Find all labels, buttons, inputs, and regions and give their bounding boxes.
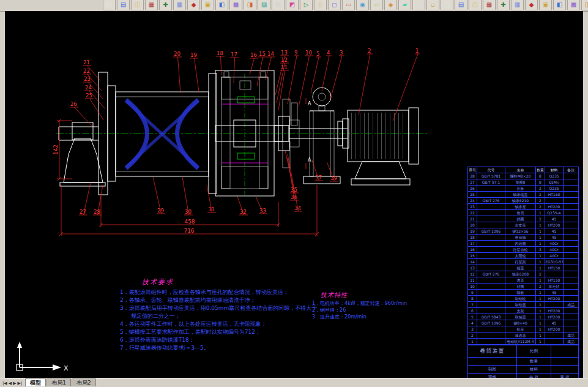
bom-title-cell (551, 366, 579, 374)
statusbar: |◀◀▶▶| 模型布局1布局2 (0, 378, 588, 387)
toolbar-icon-34[interactable]: ▩ (567, 0, 580, 10)
bom-cell (477, 192, 505, 198)
toolbar-icon-27[interactable]: ◫ (469, 0, 482, 10)
toolbar-icon-18[interactable]: ▭ (342, 0, 355, 10)
tab-scroll-button-3[interactable]: ▶ (13, 381, 16, 386)
toolbar-icon-23[interactable]: ◌ (412, 0, 425, 10)
bom-cell: 18 (468, 235, 477, 241)
bom-cell (545, 271, 564, 277)
toolbar-icon-35[interactable]: ◨ (581, 0, 588, 10)
toolbar-icon-4[interactable]: ▦ (145, 0, 158, 10)
bom-cell: HT200 (545, 308, 564, 314)
toolbar-icon-3[interactable]: ◫ (131, 0, 144, 10)
bom-row: 10毡圈2羊毛毡 (468, 284, 579, 290)
toolbar-icon-19[interactable]: ◉ (356, 0, 369, 10)
toolbar-icon-2[interactable]: ▤ (117, 0, 130, 10)
bom-table: 序号代号名称数量材料备注28GB/T 5781螺栓M8×208Q23527GB/… (467, 167, 579, 345)
toolbar-icon-14[interactable]: ◩ (286, 0, 299, 10)
tech-characteristic-line-1: 1．电机功率：4kW，额定转速：960r/min (312, 300, 407, 307)
bom-cell (564, 271, 579, 277)
toolbar-icon-20[interactable]: ▱ (370, 0, 383, 10)
bom-row: 14行星架1ZG310-570 (468, 259, 579, 265)
toolbar-icon-7[interactable]: ◆ (187, 0, 200, 10)
toolbar-icon-15[interactable]: ▷ (300, 0, 313, 10)
bom-cell: 轴承座 (505, 204, 536, 210)
tab-scroll-button-4[interactable]: ▶| (18, 381, 23, 386)
bom-cell: 40Cr (545, 241, 564, 247)
bom-cell (564, 296, 579, 302)
bom-row: 27GB/T 97.1垫圈8865Mn (468, 179, 579, 186)
bom-cell (477, 241, 505, 247)
toolbar-icon-22[interactable]: ▰ (398, 0, 411, 10)
bom-cell: HT150 (545, 277, 564, 284)
toolbar-icon-21[interactable]: ◈ (384, 0, 397, 10)
tab-布局2[interactable]: 布局2 (72, 378, 96, 386)
tab-scroll-button-1[interactable]: |◀ (2, 381, 7, 386)
bom-cell (564, 173, 579, 179)
bom-cell: 40Cr (545, 253, 564, 259)
bom-cell (477, 333, 505, 339)
toolbar-icon-5[interactable]: ✚ (159, 0, 172, 10)
bom-cell: HT200 (545, 296, 564, 302)
bom-cell: Q235 (545, 186, 564, 192)
toolbar-icon-32[interactable]: ▣ (539, 0, 552, 10)
tab-模型[interactable]: 模型 (25, 378, 46, 386)
bom-row: 24GB/T 276轴承62102 (468, 198, 579, 204)
toolbar-icon-17[interactable]: ◻ (328, 0, 341, 10)
tab-布局1[interactable]: 布局1 (47, 378, 71, 386)
leader-line (299, 56, 310, 107)
bom-cell: 2 (536, 284, 545, 290)
leader-line (75, 107, 92, 126)
bom-cell: 25 (468, 192, 477, 198)
tab-nav-buttons: |◀◀▶▶| (2, 375, 23, 387)
bom-cell: 14 (468, 259, 477, 265)
toolbar-icon-1[interactable]: ▢ (103, 0, 116, 10)
bom-cell (564, 198, 579, 204)
toolbar-icon-8[interactable]: ▣ (201, 0, 214, 10)
bom-cell: 1 (536, 314, 545, 320)
technical-requirements-title: 技术要求 (142, 278, 317, 286)
bom-title-cell: 数量 (517, 358, 551, 366)
balloon-10: 10 (305, 50, 312, 56)
bom-cell (564, 210, 579, 216)
bom-cell (545, 333, 564, 339)
bom-cell (564, 216, 579, 222)
bom-cell (477, 204, 505, 210)
toolbar-icon-30[interactable]: ▥ (511, 0, 524, 10)
toolbar-icon-25[interactable]: ▢ (441, 0, 453, 10)
bom-cell: 2 (536, 204, 545, 210)
toolbar-icon-24[interactable]: ▫ (426, 0, 439, 10)
bom-cell: 8 (536, 179, 545, 186)
tab-scroll-button-2[interactable]: ◀ (9, 381, 12, 386)
bom-cell: 1 (536, 302, 545, 308)
toolbar-icon-6[interactable]: ▥ (173, 0, 186, 10)
bom-cell: 1 (536, 235, 545, 241)
bom-cell (564, 259, 579, 265)
toolbar-icon-31[interactable]: ◆ (525, 0, 538, 10)
toolbar-icon-10[interactable]: ▩ (229, 0, 242, 10)
bom-cell: 1 (536, 333, 545, 339)
toolbar-icon-33[interactable]: ◧ (553, 0, 566, 10)
toolbar-icon-29[interactable]: ✚ (497, 0, 510, 10)
bom-cell (477, 277, 505, 284)
bom-cell (564, 186, 579, 192)
toolbar-icon-16[interactable]: ▯ (314, 0, 327, 10)
bom-cell: 2 (536, 186, 545, 192)
bom-title-cell: 比例 (517, 345, 551, 358)
drawing-canvas[interactable]: A A 201918171615141312119105432121222324… (5, 11, 583, 378)
toolbar-icon-9[interactable]: ◧ (215, 0, 228, 10)
balloon-26: 26 (70, 101, 77, 107)
leader-line (288, 56, 297, 104)
bom-title-row: 数量 (468, 358, 579, 366)
toolbar-icon-13[interactable]: ▧ (272, 0, 285, 10)
toolbar-icon-11[interactable]: ◨ (244, 0, 256, 10)
toolbar-icon-28[interactable]: ▦ (483, 0, 496, 10)
bom-cell: 压板 (505, 186, 536, 192)
balloon-2: 2 (368, 48, 371, 54)
drawing-title: 卷筒装置 (468, 345, 517, 358)
bom-cell (545, 339, 564, 345)
toolbar-icon-26[interactable]: ▤ (455, 0, 467, 10)
toolbar-icon-12[interactable]: ▨ (258, 0, 270, 10)
bom-cell: 15 (468, 253, 477, 259)
bom-cell: 轴承6210 (505, 198, 536, 204)
